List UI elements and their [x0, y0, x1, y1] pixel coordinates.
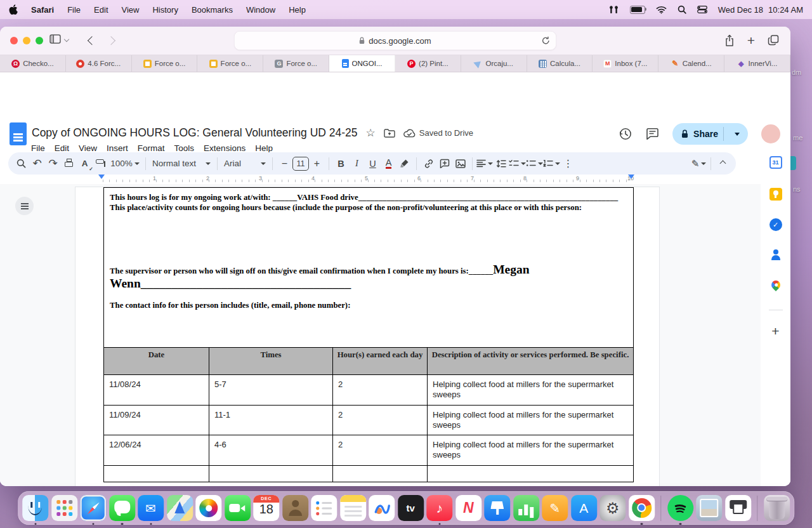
cell-times[interactable]: 5-7	[209, 375, 333, 406]
menubar-bookmarks[interactable]: Bookmarks	[192, 5, 233, 15]
styles-select[interactable]: Normal text	[150, 155, 213, 171]
underline-button[interactable]: U	[365, 155, 381, 171]
get-addons-button[interactable]: +	[771, 324, 779, 339]
docs-menu-extensions[interactable]: Extensions	[204, 143, 246, 153]
calendar-dock-icon[interactable]: DEC18	[253, 495, 279, 521]
pages-dock-icon[interactable]: ✎	[542, 495, 568, 521]
desktop-icon[interactable]	[790, 156, 796, 170]
right-indent-marker[interactable]	[628, 175, 634, 179]
address-bar[interactable]: docs.google.com	[234, 31, 556, 50]
cell-date[interactable]: 12/06/24	[104, 435, 209, 466]
bold-button[interactable]: B	[333, 155, 349, 171]
menubar-date[interactable]: Wed Dec 18	[718, 5, 763, 15]
tab-force-2[interactable]: Force o...	[197, 55, 263, 72]
share-button[interactable]: Share	[672, 123, 748, 145]
chrome-dock-icon[interactable]	[629, 495, 655, 521]
google-calendar-icon[interactable]: 31	[769, 156, 782, 169]
facetime-dock-icon[interactable]	[225, 495, 251, 521]
google-keep-icon[interactable]	[769, 188, 782, 201]
cell-hours[interactable]	[333, 465, 428, 482]
print-icon[interactable]	[61, 155, 77, 171]
tab-force-1[interactable]: Force o...	[132, 55, 198, 72]
maps-dock-icon[interactable]	[167, 495, 193, 521]
zoom-window-button[interactable]	[36, 37, 43, 44]
move-folder-icon[interactable]	[384, 128, 395, 138]
line-spacing-icon[interactable]	[493, 155, 509, 171]
numbers-dock-icon[interactable]	[513, 495, 539, 521]
cell-description[interactable]: Helping collect food at millers for the …	[428, 375, 634, 406]
printer-dock-icon[interactable]	[725, 495, 751, 521]
tab-pinterest[interactable]: P(2) Pint...	[395, 55, 461, 72]
apple-menu-icon[interactable]	[9, 4, 18, 15]
docs-menu-format[interactable]: Format	[138, 143, 165, 153]
docs-menu-edit[interactable]: Edit	[55, 143, 69, 153]
tab-ongoing-hours-log[interactable]: ONGOI...	[329, 55, 395, 72]
star-icon[interactable]: ☆	[366, 126, 376, 140]
tab-orcajump[interactable]: Orcaju...	[461, 55, 527, 72]
sidebar-toggle-icon[interactable]	[49, 34, 61, 44]
tab-innerview[interactable]: ◆InnerVi...	[724, 55, 790, 72]
menubar-help[interactable]: Help	[289, 5, 306, 15]
music-dock-icon[interactable]: ♪	[426, 495, 452, 521]
menubar-edit[interactable]: Edit	[94, 5, 108, 15]
page-1[interactable]: This hours log is for my ongoing work at…	[75, 187, 660, 486]
cell-description[interactable]: Helping collect food at millers for the …	[428, 435, 634, 466]
contacts-dock-icon[interactable]	[282, 495, 308, 521]
google-contacts-icon[interactable]	[769, 249, 782, 261]
cell-description[interactable]	[428, 465, 634, 482]
battery-icon[interactable]	[630, 6, 645, 14]
search-menus-icon[interactable]	[13, 155, 29, 171]
cell-times[interactable]: 4-6	[209, 435, 333, 466]
redo-icon[interactable]: ↷	[45, 155, 61, 171]
tab-calculator[interactable]: Calcula...	[527, 55, 593, 72]
docs-menu-help[interactable]: Help	[255, 143, 273, 153]
reminders-dock-icon[interactable]	[311, 495, 337, 521]
menubar-app-name[interactable]: Safari	[31, 5, 54, 15]
share-icon[interactable]	[724, 34, 735, 47]
cell-hours[interactable]: 2	[333, 435, 428, 466]
cell-times[interactable]	[209, 465, 333, 482]
system-settings-dock-icon[interactable]: ⚙	[599, 495, 625, 521]
numbered-list-icon[interactable]	[543, 155, 560, 171]
font-select[interactable]: Arial	[221, 155, 268, 171]
back-button[interactable]	[88, 36, 96, 45]
tab-overview-icon[interactable]	[768, 35, 779, 46]
account-avatar[interactable]	[761, 124, 780, 143]
left-indent-marker[interactable]	[98, 175, 105, 179]
menubar-clock[interactable]: 10:24 AM	[768, 5, 803, 15]
increase-font-size-button[interactable]: +	[309, 155, 325, 171]
header-date[interactable]: Date	[104, 348, 209, 375]
notes-dock-icon[interactable]	[340, 495, 366, 521]
text-color-button[interactable]: A	[381, 155, 396, 171]
zoom-select[interactable]: 100%	[108, 155, 141, 171]
insert-link-icon[interactable]	[421, 155, 436, 171]
share-dropdown[interactable]	[729, 133, 745, 136]
cell-description[interactable]: Helping collect food at millers for the …	[428, 405, 634, 435]
messages-dock-icon[interactable]	[109, 495, 135, 521]
version-history-icon[interactable]	[619, 127, 632, 141]
news-dock-icon[interactable]: N	[455, 495, 481, 521]
italic-button[interactable]: I	[349, 155, 365, 171]
tab-force-3[interactable]: GForce o...	[263, 55, 329, 72]
google-docs-logo[interactable]	[10, 122, 27, 145]
align-icon[interactable]	[476, 155, 493, 171]
cell-date[interactable]: 11/09/24	[104, 405, 209, 435]
menubar-history[interactable]: History	[152, 5, 178, 15]
more-options-icon[interactable]: ⋮	[560, 155, 576, 171]
editing-mode-button[interactable]: ✎	[691, 155, 707, 171]
close-window-button[interactable]	[10, 37, 18, 44]
launchpad-dock-icon[interactable]	[51, 495, 77, 521]
airpods-icon[interactable]	[608, 5, 619, 14]
tab-gmail-inbox[interactable]: MInbox (7...	[593, 55, 658, 72]
file-thumbnail-dock-icon[interactable]	[696, 495, 722, 521]
wifi-icon[interactable]	[656, 6, 667, 14]
docs-menu-view[interactable]: View	[79, 143, 97, 153]
intro-text-cell[interactable]: This hours log is for my ongoing work at…	[104, 188, 634, 348]
apple-tv-dock-icon[interactable]: tv	[398, 495, 424, 521]
tab-checkout[interactable]: ΩChecko...	[0, 55, 66, 72]
docs-menu-file[interactable]: File	[31, 143, 45, 153]
trash-dock-icon[interactable]	[764, 495, 790, 521]
google-tasks-icon[interactable]: ✓	[769, 218, 782, 231]
highlight-color-button[interactable]	[396, 155, 412, 171]
hours-log-table[interactable]: This hours log is for my ongoing work at…	[103, 187, 634, 482]
